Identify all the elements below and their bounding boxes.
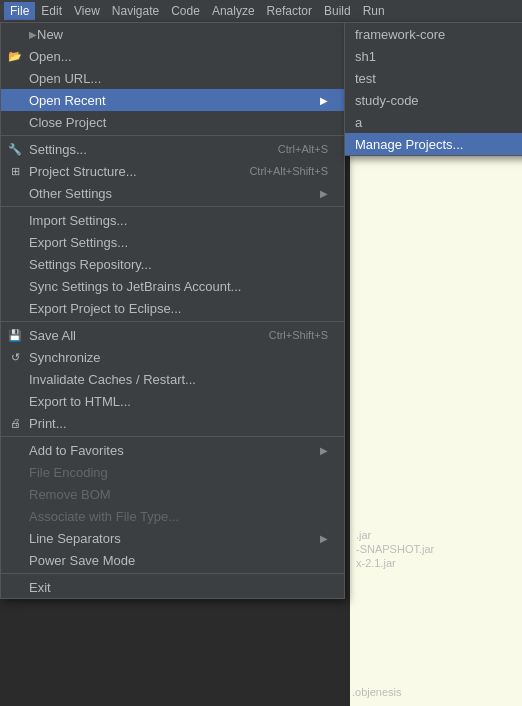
- save-all-shortcut: Ctrl+Shift+S: [249, 329, 328, 341]
- recent-item-test-label: test: [355, 71, 376, 86]
- recent-item-test[interactable]: test: [345, 67, 522, 89]
- menu-item-sync-settings-label: Sync Settings to JetBrains Account...: [29, 279, 241, 294]
- menu-bar-edit[interactable]: Edit: [35, 2, 68, 20]
- menu-item-new-label: New: [37, 27, 328, 42]
- menu-item-synchronize[interactable]: ↺ Synchronize: [1, 346, 344, 368]
- menu-item-open-label: Open...: [29, 49, 72, 64]
- recent-item-sh1[interactable]: sh1: [345, 45, 522, 67]
- menu-item-print-label: Print...: [29, 416, 67, 431]
- menu-item-open-recent-label: Open Recent: [29, 93, 320, 108]
- menu-item-power-save[interactable]: Power Save Mode: [1, 549, 344, 571]
- menu-item-open[interactable]: 📂 Open...: [1, 45, 344, 67]
- bg-file-2: -SNAPSHOT.jar: [352, 542, 438, 556]
- menu-item-close-project-label: Close Project: [29, 115, 106, 130]
- file-menu: ▶ New 📂 Open... Open URL... Open Recent …: [0, 22, 345, 599]
- separator-5: [1, 573, 344, 574]
- menu-item-invalidate-caches[interactable]: Invalidate Caches / Restart...: [1, 368, 344, 390]
- menu-item-print[interactable]: 🖨 Print...: [1, 412, 344, 434]
- recent-item-a-label: a: [355, 115, 362, 130]
- settings-shortcut: Ctrl+Alt+S: [258, 143, 328, 155]
- menu-item-export-eclipse-label: Export Project to Eclipse...: [29, 301, 181, 316]
- settings-wrench-icon: 🔧: [5, 143, 25, 156]
- open-recent-submenu: framework-core sh1 test study-code a Man…: [344, 22, 522, 156]
- menu-bar-code[interactable]: Code: [165, 2, 206, 20]
- open-icon: 📂: [5, 50, 25, 63]
- menu-bar-view[interactable]: View: [68, 2, 106, 20]
- menu-item-settings-label: Settings...: [29, 142, 258, 157]
- menu-item-file-encoding-label: File Encoding: [29, 465, 108, 480]
- menu-item-power-save-label: Power Save Mode: [29, 553, 135, 568]
- menu-bar-analyze[interactable]: Analyze: [206, 2, 261, 20]
- menu-item-export-settings[interactable]: Export Settings...: [1, 231, 344, 253]
- menu-item-import-settings-label: Import Settings...: [29, 213, 127, 228]
- menu-item-settings-repo-label: Settings Repository...: [29, 257, 152, 272]
- menu-item-import-settings[interactable]: Import Settings...: [1, 209, 344, 231]
- menu-item-new[interactable]: ▶ New: [1, 23, 344, 45]
- bg-file-1: .jar: [352, 528, 438, 542]
- project-structure-icon: ⊞: [5, 165, 25, 178]
- bg-file-3: x-2.1.jar: [352, 556, 438, 570]
- menu-item-associate-file-type-label: Associate with File Type...: [29, 509, 179, 524]
- recent-item-study-code-label: study-code: [355, 93, 419, 108]
- print-icon: 🖨: [5, 417, 25, 429]
- menu-item-export-html[interactable]: Export to HTML...: [1, 390, 344, 412]
- open-recent-arrow-icon: ▶: [320, 95, 328, 106]
- menu-item-settings-repo[interactable]: Settings Repository...: [1, 253, 344, 275]
- separator-4: [1, 436, 344, 437]
- separator-2: [1, 206, 344, 207]
- menu-item-open-url-label: Open URL...: [29, 71, 101, 86]
- bg-files: .jar -SNAPSHOT.jar x-2.1.jar: [352, 528, 438, 570]
- menu-bar-refactor[interactable]: Refactor: [261, 2, 318, 20]
- menu-item-project-structure-label: Project Structure...: [29, 164, 229, 179]
- recent-item-manage-projects-label: Manage Projects...: [355, 137, 463, 152]
- recent-item-sh1-label: sh1: [355, 49, 376, 64]
- menu-item-exit[interactable]: Exit: [1, 576, 344, 598]
- menu-item-export-eclipse[interactable]: Export Project to Eclipse...: [1, 297, 344, 319]
- menu-bar-run[interactable]: Run: [357, 2, 391, 20]
- menu-bar: File Edit View Navigate Code Analyze Ref…: [0, 0, 522, 22]
- menu-item-export-html-label: Export to HTML...: [29, 394, 131, 409]
- sync-icon: ↺: [5, 351, 25, 364]
- menu-item-invalidate-caches-label: Invalidate Caches / Restart...: [29, 372, 196, 387]
- recent-item-study-code[interactable]: study-code: [345, 89, 522, 111]
- menu-bar-build[interactable]: Build: [318, 2, 357, 20]
- menu-item-open-url[interactable]: Open URL...: [1, 67, 344, 89]
- menu-item-close-project[interactable]: Close Project: [1, 111, 344, 133]
- menu-item-add-favorites[interactable]: Add to Favorites ▶: [1, 439, 344, 461]
- menu-item-save-all-label: Save All: [29, 328, 249, 343]
- separator-3: [1, 321, 344, 322]
- menu-item-associate-file-type: Associate with File Type...: [1, 505, 344, 527]
- menu-item-exit-label: Exit: [29, 580, 51, 595]
- recent-item-framework-core[interactable]: framework-core: [345, 23, 522, 45]
- separator-1: [1, 135, 344, 136]
- add-favorites-arrow-icon: ▶: [320, 445, 328, 456]
- menu-item-other-settings[interactable]: Other Settings ▶: [1, 182, 344, 204]
- menu-bar-navigate[interactable]: Navigate: [106, 2, 165, 20]
- bg-objenesis: .objenesis: [352, 686, 402, 698]
- other-settings-arrow-icon: ▶: [320, 188, 328, 199]
- menu-item-add-favorites-label: Add to Favorites: [29, 443, 320, 458]
- project-structure-shortcut: Ctrl+Alt+Shift+S: [229, 165, 328, 177]
- arrow-icon: ▶: [29, 29, 37, 40]
- save-icon: 💾: [5, 329, 25, 342]
- menu-item-sync-settings[interactable]: Sync Settings to JetBrains Account...: [1, 275, 344, 297]
- menu-item-export-settings-label: Export Settings...: [29, 235, 128, 250]
- recent-item-manage-projects[interactable]: Manage Projects...: [345, 133, 522, 155]
- recent-item-a[interactable]: a: [345, 111, 522, 133]
- menu-item-line-separators-label: Line Separators: [29, 531, 320, 546]
- menu-item-settings[interactable]: 🔧 Settings... Ctrl+Alt+S: [1, 138, 344, 160]
- menu-item-project-structure[interactable]: ⊞ Project Structure... Ctrl+Alt+Shift+S: [1, 160, 344, 182]
- menu-item-save-all[interactable]: 💾 Save All Ctrl+Shift+S: [1, 324, 344, 346]
- menu-item-open-recent[interactable]: Open Recent ▶: [1, 89, 344, 111]
- menu-item-other-settings-label: Other Settings: [29, 186, 320, 201]
- menu-bar-file[interactable]: File: [4, 2, 35, 20]
- menu-item-synchronize-label: Synchronize: [29, 350, 101, 365]
- menu-item-file-encoding: File Encoding: [1, 461, 344, 483]
- menu-item-remove-bom: Remove BOM: [1, 483, 344, 505]
- recent-item-framework-core-label: framework-core: [355, 27, 445, 42]
- line-separators-arrow-icon: ▶: [320, 533, 328, 544]
- menu-item-remove-bom-label: Remove BOM: [29, 487, 111, 502]
- menu-item-line-separators[interactable]: Line Separators ▶: [1, 527, 344, 549]
